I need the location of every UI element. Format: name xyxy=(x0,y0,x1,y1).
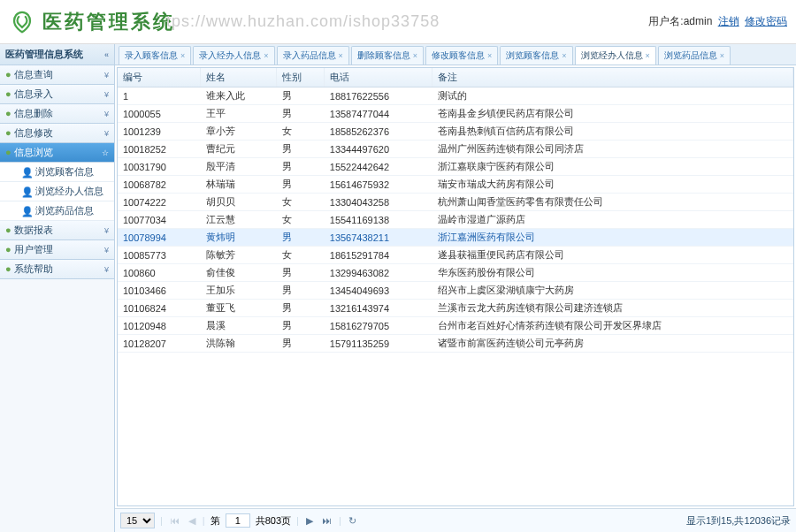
tab-close-icon[interactable]: × xyxy=(339,51,343,60)
user-name: admin xyxy=(684,15,713,27)
tab[interactable]: 录入经办人信息× xyxy=(193,46,274,65)
sidebar-item[interactable]: ● 信息浏览☆ xyxy=(0,143,114,163)
tab[interactable]: 修改顾客信息× xyxy=(425,46,498,65)
table-row[interactable]: 10106824董亚飞男13216143974兰溪市云龙大药房连锁有限公司建济连… xyxy=(118,300,793,317)
tab-close-icon[interactable]: × xyxy=(180,51,185,60)
table-row[interactable]: 10120948晨溪男15816279705台州市老百姓好心情茶药连锁有限公司开… xyxy=(118,317,793,335)
pager: 15 | ⏮ ◀ | 第 共803页 | ▶ ⏭ | ↻ 显示1到15,共120… xyxy=(115,508,796,532)
page-input[interactable] xyxy=(226,513,250,528)
tab[interactable]: 浏览药品信息× xyxy=(658,46,731,65)
pager-summary: 显示1到15,共12036记录 xyxy=(686,514,791,528)
next-page-icon[interactable]: ▶ xyxy=(304,515,315,527)
refresh-icon[interactable]: ↻ xyxy=(347,515,358,527)
logout-link[interactable]: 注销 xyxy=(718,15,739,27)
sidebar: 医药管理信息系统 « ● 信息查询¥● 信息录入¥● 信息删除¥● 信息修改¥●… xyxy=(0,44,115,532)
tab-close-icon[interactable]: × xyxy=(264,51,268,60)
sidebar-header: 医药管理信息系统 « xyxy=(0,44,114,65)
table-row[interactable]: 10031790殷平清男15522442642浙江嘉联康宁医药有限公司 xyxy=(118,158,793,176)
tab-bar: 录入顾客信息×录入经办人信息×录入药品信息×删除顾客信息×修改顾客信息×浏览顾客… xyxy=(115,44,796,65)
table-row[interactable]: 100860俞佳俊男13299463082华东医药股份有限公司 xyxy=(118,264,793,282)
table-row[interactable]: 10085773陈敏芳女18615291784遂县获福重便民药店有限公司 xyxy=(118,247,793,264)
column-header[interactable]: 电话 xyxy=(325,68,432,87)
app-title: 医药管理系统 xyxy=(42,9,175,35)
table-row[interactable]: 10128207洪陈翰男15791135259诸暨市前富医药连锁公司元亭药房 xyxy=(118,335,793,353)
last-page-icon[interactable]: ⏭ xyxy=(320,515,333,526)
table-row[interactable]: 10078994黄炜明男13567438211浙江嘉洲医药有限公司 xyxy=(118,229,793,247)
sidebar-item[interactable]: ● 信息删除¥ xyxy=(0,104,114,124)
table-row[interactable]: 1001239章小芳女18585262376苍南县热刺镇百信药店有限公司 xyxy=(118,123,793,141)
tab[interactable]: 浏览顾客信息× xyxy=(500,46,572,65)
table-row[interactable]: 10103466王加乐男13454049693绍兴市上虞区梁湖镇康宁大药房 xyxy=(118,282,793,300)
table-row[interactable]: 10018252曹纪元男13344497620温州广州医药连锁有限公司同济店 xyxy=(118,141,793,158)
user-label: 用户名: xyxy=(648,15,683,27)
tab[interactable]: 录入顾客信息× xyxy=(119,46,191,65)
sidebar-item[interactable]: ● 用户管理¥ xyxy=(0,240,114,260)
column-header[interactable]: 性别 xyxy=(277,68,325,87)
watermark: tps://www.huzhan.com/ishop33758 xyxy=(166,12,440,31)
sidebar-sub-item[interactable]: 👤 浏览药品信息 xyxy=(0,201,114,221)
table-row[interactable]: 1000055王平男13587477044苍南县金乡镇便民药店有限公司 xyxy=(118,105,793,123)
table-container: 编号姓名性别电话备注 1谁来入此男18817622556测试的1000055王平… xyxy=(117,67,794,506)
tab[interactable]: 浏览经办人信息× xyxy=(575,46,656,65)
sidebar-item[interactable]: ● 信息修改¥ xyxy=(0,124,114,143)
tab-close-icon[interactable]: × xyxy=(646,51,650,60)
column-header[interactable]: 姓名 xyxy=(201,68,277,87)
page-size-select[interactable]: 15 xyxy=(120,513,155,528)
prev-page-icon[interactable]: ◀ xyxy=(187,515,197,527)
sidebar-item[interactable]: ● 系统帮助¥ xyxy=(0,260,114,279)
table-row[interactable]: 10077034江云慧女15541169138温岭市湿道广源药店 xyxy=(118,211,793,229)
collapse-icon[interactable]: « xyxy=(104,50,109,59)
tab[interactable]: 录入药品信息× xyxy=(277,46,349,65)
total-pages: 共803页 xyxy=(256,514,291,528)
column-header[interactable]: 编号 xyxy=(118,68,201,87)
first-page-icon[interactable]: ⏮ xyxy=(168,515,181,526)
column-header[interactable]: 备注 xyxy=(432,68,793,87)
page-label: 第 xyxy=(210,514,220,528)
table-row[interactable]: 10074222胡贝贝女13304043258杭州萧山闻香堂医药零售有限责任公司 xyxy=(118,194,793,211)
logo-icon xyxy=(9,9,35,35)
tab-close-icon[interactable]: × xyxy=(720,51,724,60)
sidebar-sub-item[interactable]: 👤 浏览经办人信息 xyxy=(0,182,114,201)
table-row[interactable]: 1谁来入此男18817622556测试的 xyxy=(118,87,793,105)
tab-close-icon[interactable]: × xyxy=(487,51,492,60)
sidebar-item[interactable]: ● 信息录入¥ xyxy=(0,85,114,104)
tab-close-icon[interactable]: × xyxy=(413,51,417,60)
sidebar-item[interactable]: ● 数据报表¥ xyxy=(0,221,114,240)
change-password-link[interactable]: 修改密码 xyxy=(745,15,787,27)
tab-close-icon[interactable]: × xyxy=(562,51,566,60)
sidebar-item[interactable]: ● 信息查询¥ xyxy=(0,65,114,85)
sidebar-title: 医药管理信息系统 xyxy=(5,48,83,61)
table-row[interactable]: 10068782林瑞瑞男15614675932瑞安市瑞成大药房有限公司 xyxy=(118,176,793,194)
user-info: 用户名:admin 注销 修改密码 xyxy=(648,14,787,29)
sidebar-sub-item[interactable]: 👤 浏览顾客信息 xyxy=(0,163,114,182)
tab[interactable]: 删除顾客信息× xyxy=(351,46,424,65)
